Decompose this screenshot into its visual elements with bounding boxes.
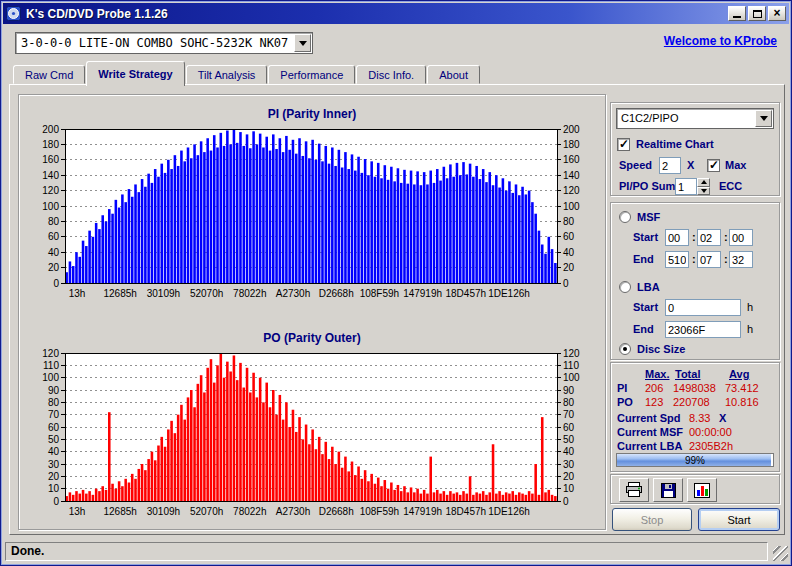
mode-combo-value: C1C2/PIPO — [617, 109, 773, 128]
msf-end-frame-input[interactable] — [729, 251, 753, 268]
svg-text:18D457h: 18D457h — [446, 506, 487, 517]
msf-start-frame-input[interactable] — [729, 229, 753, 246]
svg-text:30109h: 30109h — [147, 506, 180, 517]
svg-text:70: 70 — [563, 409, 575, 420]
lba-radio[interactable] — [619, 281, 631, 293]
svg-text:40: 40 — [563, 446, 575, 457]
tab-performance[interactable]: Performance — [268, 65, 355, 84]
svg-text:100: 100 — [42, 201, 59, 212]
check-icon: ✓ — [709, 158, 719, 172]
range-group: MSF Start : : End : : — [610, 202, 780, 360]
realtime-chart-label: Realtime Chart — [636, 136, 714, 153]
pipo-sum-input[interactable] — [675, 178, 697, 195]
svg-text:0: 0 — [563, 496, 569, 507]
start-button[interactable]: Start — [698, 508, 780, 531]
svg-text:60: 60 — [48, 231, 60, 242]
svg-text:100: 100 — [563, 201, 580, 212]
status-text: Done. — [5, 542, 768, 561]
msf-start-row: Start : : — [611, 229, 779, 246]
minimize-icon — [733, 16, 741, 18]
current-lba-row: Current LBA 2305B2h — [611, 439, 779, 453]
svg-text:20: 20 — [48, 471, 60, 482]
printer-icon — [625, 482, 643, 498]
svg-text:147919h: 147919h — [403, 506, 442, 517]
tab-raw-cmd[interactable]: Raw Cmd — [13, 65, 85, 84]
svg-text:0: 0 — [563, 278, 569, 289]
minimize-button[interactable] — [728, 6, 746, 21]
tab-write-strategy[interactable]: Write Strategy — [86, 61, 184, 86]
svg-text:40: 40 — [563, 247, 575, 258]
svg-text:A2730h: A2730h — [276, 506, 310, 517]
device-combo-dropdown-icon[interactable] — [294, 34, 311, 52]
lba-start-label: Start — [633, 299, 658, 316]
msf-start-sec-input[interactable] — [697, 229, 721, 246]
maximize-button[interactable] — [748, 6, 766, 21]
realtime-chart-checkbox[interactable]: ✓ — [617, 138, 630, 151]
welcome-link[interactable]: Welcome to KProbe — [664, 34, 777, 48]
msf-radio[interactable] — [619, 211, 631, 223]
speed-input[interactable] — [659, 157, 681, 174]
svg-text:0: 0 — [53, 278, 59, 289]
tab-strip: Raw Cmd Write Strategy Tilt Analysis Per… — [13, 61, 481, 84]
po-chart: 0010102020303040405050606070708080909010… — [31, 347, 587, 523]
device-combo[interactable]: 3-0-0-0 LITE-ON COMBO SOHC-5232K NK07 — [15, 32, 313, 54]
window-title: K's CD/DVD Probe 1.1.26 — [26, 7, 168, 21]
svg-text:60: 60 — [563, 422, 575, 433]
progress-bar: 99% — [616, 453, 774, 467]
stop-button[interactable]: Stop — [612, 508, 692, 531]
floppy-disk-icon — [661, 483, 676, 498]
app-icon — [6, 6, 21, 21]
msf-radio-row: MSF — [611, 209, 779, 226]
close-button[interactable]: × — [768, 6, 786, 21]
svg-text:100: 100 — [563, 372, 580, 383]
check-icon: ✓ — [619, 137, 629, 151]
svg-text:80: 80 — [48, 397, 60, 408]
svg-text:147919h: 147919h — [403, 288, 442, 299]
svg-text:160: 160 — [42, 154, 59, 165]
disc-size-row: Disc Size — [611, 341, 779, 358]
tab-disc-info[interactable]: Disc Info. — [356, 65, 426, 84]
msf-start-label: Start — [633, 229, 658, 246]
chart-options-group: C1C2/PIPO ✓ Realtime Chart Speed X ✓ Max… — [610, 102, 780, 196]
msf-end-sec-input[interactable] — [697, 251, 721, 268]
svg-text:18D457h: 18D457h — [446, 288, 487, 299]
export-chart-button[interactable] — [687, 478, 717, 502]
svg-text:78022h: 78022h — [233, 506, 266, 517]
svg-text:140: 140 — [42, 170, 59, 181]
max-speed-checkbox[interactable]: ✓ — [707, 159, 720, 172]
svg-text:180: 180 — [42, 139, 59, 150]
lba-radio-row: LBA — [611, 279, 779, 296]
msf-end-min-input[interactable] — [665, 251, 689, 268]
msf-start-min-input[interactable] — [665, 229, 689, 246]
stepper-up-button[interactable] — [697, 178, 710, 187]
disc-size-radio[interactable] — [619, 343, 631, 355]
tab-tilt-analysis[interactable]: Tilt Analysis — [186, 65, 268, 84]
svg-text:78022h: 78022h — [233, 288, 266, 299]
svg-text:60: 60 — [48, 422, 60, 433]
save-button[interactable] — [653, 478, 683, 502]
po-chart-title: PO (Parity Outer) — [19, 331, 605, 345]
svg-text:50: 50 — [563, 434, 575, 445]
svg-text:120: 120 — [42, 185, 59, 196]
stepper-down-button[interactable] — [697, 187, 710, 196]
svg-text:0: 0 — [53, 496, 59, 507]
lba-end-input[interactable] — [665, 321, 741, 338]
lba-start-input[interactable] — [665, 299, 741, 316]
svg-text:30109h: 30109h — [147, 288, 180, 299]
print-button[interactable] — [619, 478, 649, 502]
current-msf-row: Current MSF 00:00:00 — [611, 425, 779, 439]
speed-label: Speed — [619, 157, 652, 174]
svg-text:120: 120 — [42, 348, 59, 359]
mode-combo-dropdown-icon[interactable] — [755, 110, 772, 127]
toolbar-group — [610, 474, 780, 504]
tab-about[interactable]: About — [427, 65, 480, 84]
svg-text:13h: 13h — [69, 288, 86, 299]
svg-text:20: 20 — [563, 262, 575, 273]
svg-text:12685h: 12685h — [104, 288, 137, 299]
mode-combo[interactable]: C1C2/PIPO — [616, 108, 774, 129]
svg-text:12685h: 12685h — [104, 506, 137, 517]
lba-start-row: Start h — [611, 299, 779, 316]
resize-grip[interactable] — [773, 546, 788, 561]
app-window: K's CD/DVD Probe 1.1.26 × 3-0-0-0 LITE-O… — [0, 0, 792, 566]
svg-text:20: 20 — [48, 262, 60, 273]
